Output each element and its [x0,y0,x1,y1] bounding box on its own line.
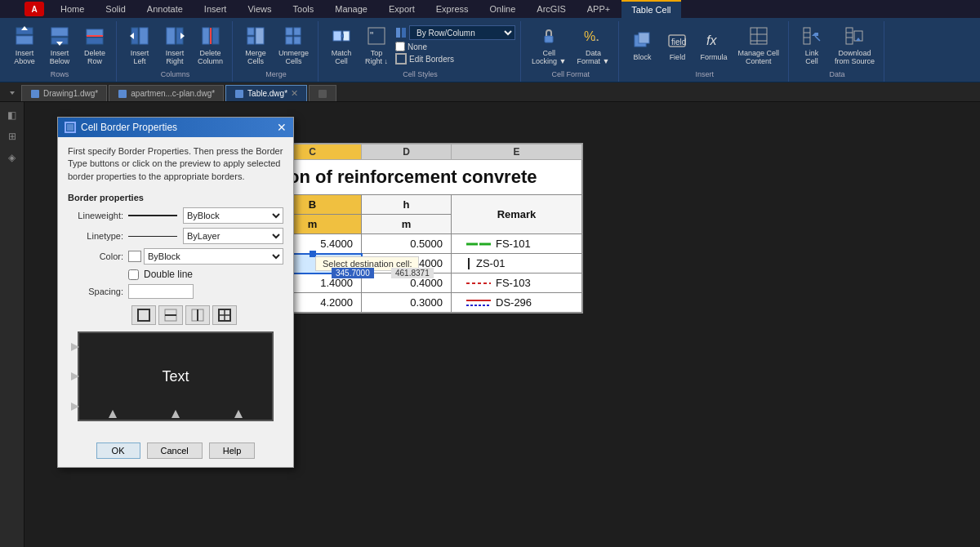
cell-h-3[interactable]: 0.4000 [362,274,452,293]
tab-annotate[interactable]: Annotate [137,0,193,18]
lineweight-select[interactable]: ByBlock [183,207,283,224]
svg-rect-7 [87,38,103,44]
manage-cell-content-button[interactable]: Manage CellContent [733,22,783,68]
cancel-button[interactable]: Cancel [147,442,203,459]
tab-online[interactable]: Online [480,0,526,18]
header-remark[interactable]: Remark [452,195,582,234]
remark-text-4: DS-296 [496,296,532,309]
border-type-outer[interactable] [131,305,156,325]
field-button[interactable]: field Field [661,26,693,64]
insert-right-button[interactable]: InsertRight [158,22,191,68]
cell-remark-3[interactable]: FS-103 [452,274,582,293]
ok-button[interactable]: OK [96,442,140,459]
sidebar-icon-3[interactable]: ◈ [2,148,22,167]
tab-tools[interactable]: Tools [283,0,324,18]
doc-tab-apartment[interactable]: apartmen...c-plan.dwg* [109,85,224,101]
cell-remark-4[interactable]: DS-296 [452,293,582,313]
svg-line-48 [815,36,820,41]
insert-left-icon [128,24,151,47]
svg-marker-79 [172,410,180,418]
insert-below-button[interactable]: InsertBelow [43,22,76,68]
cell-h-1[interactable]: 0.5000 [362,234,452,254]
tab-insert[interactable]: Insert [194,0,237,18]
help-button[interactable]: Help [209,442,256,459]
tab-views[interactable]: Views [238,0,281,18]
tab-arcgis[interactable]: ArcGIS [527,0,575,18]
linetype-select[interactable]: ByLayer [183,228,283,244]
dwg-icon-drawing1 [30,89,40,99]
unmerge-cells-button[interactable]: UnmergeCells [274,22,313,68]
doc-tab-table-close[interactable]: ✕ [291,88,298,99]
lineweight-field: Lineweight: ByBlock [68,207,283,224]
edit-borders-label: Edit Borders [409,55,454,64]
dialog-close-button[interactable]: ✕ [277,121,287,134]
edit-borders-row[interactable]: Edit Borders [395,53,515,64]
preview-box[interactable]: Text [78,331,274,421]
cell-border-properties-dialog: Cell Border Properties ✕ First specify B… [57,117,294,468]
tab-app-plus[interactable]: APP+ [577,0,620,18]
doc-tab-table-label: Table.dwg* [247,89,287,98]
cell-locking-button[interactable]: CellLocking ▼ [528,22,570,68]
cell-locking-icon [537,24,560,47]
bottom-mark-right [234,410,243,418]
cell-styles-group-label: Cell Styles [403,69,438,78]
col-letter-d: D [362,145,452,160]
border-type-inner-h[interactable] [158,305,183,325]
drag-handle[interactable] [310,251,316,257]
row-column-row: By Row/Column [395,25,515,40]
svg-rect-49 [846,28,853,44]
formula-button[interactable]: fx Formula [696,26,731,64]
cell-h-2[interactable]: 0.4000 [362,254,452,274]
doc-tab-plus[interactable] [309,85,336,101]
border-type-all[interactable] [212,305,237,325]
delete-row-button[interactable]: DeleteRow [78,22,111,68]
cell-remark-1[interactable]: FS-101 [452,234,582,254]
remark-line-4 [466,298,491,308]
svg-marker-54 [10,91,15,95]
app-logo[interactable]: A [24,2,44,16]
data-format-label: DataFormat ▼ [577,49,609,65]
data-buttons: LinkCell Downloadfrom Source [795,21,879,69]
svg-rect-61 [468,258,470,269]
color-select[interactable]: ByBlock [144,248,283,265]
download-from-source-button[interactable]: Downloadfrom Source [831,22,879,68]
tab-table-cell[interactable]: Table Cell [621,0,680,18]
tab-export[interactable]: Export [379,0,425,18]
data-format-button[interactable]: %... DataFormat ▼ [572,22,613,68]
svg-text:fx: fx [706,33,717,47]
insert-above-button[interactable]: InsertAbove [8,22,41,68]
tab-home[interactable]: Home [51,0,94,18]
link-cell-button[interactable]: LinkCell [795,22,828,68]
block-button[interactable]: Block [626,26,658,64]
merge-buttons: MergeCells UnmergeCells [239,21,313,69]
drawing-area: B C D E Dimension of reinforcement convr… [24,102,980,547]
none-checkbox[interactable] [395,42,405,51]
group-insert: Block field Field fx Formula [621,21,789,82]
color-label: Color: [68,251,123,261]
cell-h-4[interactable]: 0.3000 [362,293,452,313]
sidebar-icon-1[interactable]: ◧ [2,105,22,125]
sidebar-icon-2[interactable]: ⊞ [2,127,22,146]
dialog-title-text: Cell Border Properties [81,122,177,133]
row-column-select[interactable]: By Row/Column [409,25,515,40]
linetype-line-icon [128,236,177,237]
remark-text-2: ZS-01 [476,257,505,269]
tab-manage[interactable]: Manage [325,0,377,18]
dwg-icon-apartment [118,89,127,99]
top-right-button[interactable]: " TopRight ↓ [360,22,393,68]
cell-remark-2[interactable]: ZS-01 [452,254,582,274]
header-h[interactable]: h [362,195,452,215]
insert-left-button[interactable]: InsertLeft [123,22,156,68]
doc-tab-table[interactable]: Table.dwg* ✕ [225,85,307,101]
ribbon-content: InsertAbove InsertBelow DeleteRow Rows [0,18,980,82]
tab-express[interactable]: Express [426,0,479,18]
merge-cells-button[interactable]: MergeCells [239,22,272,68]
match-cell-button[interactable]: MatchCell [325,22,358,68]
double-line-checkbox[interactable] [128,269,139,280]
spacing-input[interactable]: 0.045 [128,284,194,299]
tab-solid[interactable]: Solid [96,0,135,18]
delete-column-button[interactable]: DeleteColumn [194,22,227,68]
border-type-inner-v[interactable] [185,305,210,325]
svg-rect-0 [16,36,33,44]
doc-tab-drawing1[interactable]: Drawing1.dwg* [21,85,107,101]
